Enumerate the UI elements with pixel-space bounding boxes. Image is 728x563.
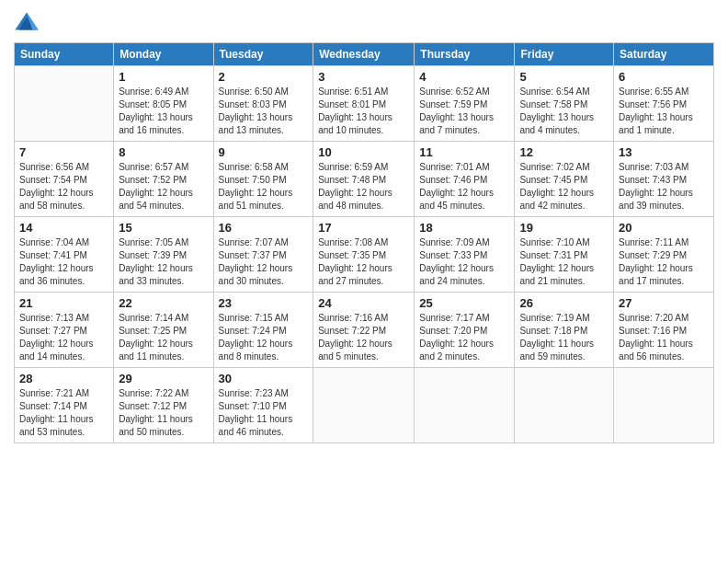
day-info: Sunrise: 7:19 AMSunset: 7:18 PMDaylight:… [519, 312, 609, 363]
day-cell: 13Sunrise: 7:03 AMSunset: 7:43 PMDayligh… [614, 142, 714, 217]
day-info: Sunrise: 6:49 AMSunset: 8:05 PMDaylight:… [119, 86, 208, 137]
day-number: 12 [519, 145, 609, 159]
day-number: 1 [119, 70, 208, 84]
col-header-friday: Friday [515, 43, 614, 66]
day-cell: 27Sunrise: 7:20 AMSunset: 7:16 PMDayligh… [614, 293, 714, 368]
logo-icon [14, 9, 40, 35]
day-number: 21 [19, 296, 108, 310]
day-info: Sunrise: 7:17 AMSunset: 7:20 PMDaylight:… [419, 312, 509, 363]
day-info: Sunrise: 7:21 AMSunset: 7:14 PMDaylight:… [19, 387, 108, 439]
header [14, 9, 714, 35]
day-number: 5 [519, 70, 609, 84]
week-row-1: 1Sunrise: 6:49 AMSunset: 8:05 PMDaylight… [15, 66, 714, 142]
day-number: 16 [219, 221, 309, 235]
day-info: Sunrise: 7:09 AMSunset: 7:33 PMDaylight:… [419, 236, 509, 288]
day-cell: 30Sunrise: 7:23 AMSunset: 7:10 PMDayligh… [213, 368, 313, 443]
day-info: Sunrise: 6:58 AMSunset: 7:50 PMDaylight:… [219, 161, 309, 213]
day-info: Sunrise: 7:04 AMSunset: 7:41 PMDaylight:… [19, 236, 108, 288]
col-header-saturday: Saturday [614, 43, 714, 66]
day-number: 28 [19, 372, 108, 385]
col-header-monday: Monday [114, 43, 213, 66]
day-cell: 14Sunrise: 7:04 AMSunset: 7:41 PMDayligh… [15, 217, 114, 293]
day-number: 27 [619, 296, 709, 310]
logo [14, 9, 41, 35]
day-info: Sunrise: 7:11 AMSunset: 7:29 PMDaylight:… [619, 236, 709, 288]
day-number: 20 [619, 221, 709, 235]
week-row-5: 28Sunrise: 7:21 AMSunset: 7:14 PMDayligh… [15, 368, 714, 443]
day-cell: 1Sunrise: 6:49 AMSunset: 8:05 PMDaylight… [114, 66, 213, 142]
day-cell: 19Sunrise: 7:10 AMSunset: 7:31 PMDayligh… [515, 217, 614, 293]
day-cell: 23Sunrise: 7:15 AMSunset: 7:24 PMDayligh… [213, 293, 313, 368]
day-info: Sunrise: 6:59 AMSunset: 7:48 PMDaylight:… [318, 161, 409, 213]
day-number: 17 [318, 221, 409, 235]
day-number: 9 [219, 145, 309, 159]
day-info: Sunrise: 6:51 AMSunset: 8:01 PMDaylight:… [318, 86, 409, 137]
day-cell: 3Sunrise: 6:51 AMSunset: 8:01 PMDaylight… [313, 66, 415, 142]
day-cell: 11Sunrise: 7:01 AMSunset: 7:46 PMDayligh… [415, 142, 515, 217]
day-cell: 29Sunrise: 7:22 AMSunset: 7:12 PMDayligh… [114, 368, 213, 443]
day-number: 7 [19, 145, 108, 159]
col-header-thursday: Thursday [415, 43, 515, 66]
day-info: Sunrise: 6:57 AMSunset: 7:52 PMDaylight:… [119, 161, 208, 213]
day-info: Sunrise: 7:20 AMSunset: 7:16 PMDaylight:… [619, 312, 709, 363]
col-header-sunday: Sunday [15, 43, 114, 66]
day-info: Sunrise: 7:10 AMSunset: 7:31 PMDaylight:… [519, 236, 609, 288]
day-cell: 9Sunrise: 6:58 AMSunset: 7:50 PMDaylight… [213, 142, 313, 217]
day-number: 11 [419, 145, 509, 159]
day-cell: 5Sunrise: 6:54 AMSunset: 7:58 PMDaylight… [515, 66, 614, 142]
day-cell [614, 368, 714, 443]
day-number: 24 [318, 296, 409, 310]
day-cell: 10Sunrise: 6:59 AMSunset: 7:48 PMDayligh… [313, 142, 415, 217]
day-number: 14 [19, 221, 108, 235]
day-number: 2 [219, 70, 309, 84]
day-number: 13 [619, 145, 709, 159]
day-info: Sunrise: 7:15 AMSunset: 7:24 PMDaylight:… [219, 312, 309, 363]
day-info: Sunrise: 7:01 AMSunset: 7:46 PMDaylight:… [419, 161, 509, 213]
day-cell: 17Sunrise: 7:08 AMSunset: 7:35 PMDayligh… [313, 217, 415, 293]
day-info: Sunrise: 7:22 AMSunset: 7:12 PMDaylight:… [119, 387, 208, 439]
day-info: Sunrise: 7:08 AMSunset: 7:35 PMDaylight:… [318, 236, 409, 288]
day-cell: 21Sunrise: 7:13 AMSunset: 7:27 PMDayligh… [15, 293, 114, 368]
day-info: Sunrise: 6:52 AMSunset: 7:59 PMDaylight:… [419, 86, 509, 137]
day-cell: 7Sunrise: 6:56 AMSunset: 7:54 PMDaylight… [15, 142, 114, 217]
day-cell [515, 368, 614, 443]
day-cell: 15Sunrise: 7:05 AMSunset: 7:39 PMDayligh… [114, 217, 213, 293]
week-row-4: 21Sunrise: 7:13 AMSunset: 7:27 PMDayligh… [15, 293, 714, 368]
day-number: 3 [318, 70, 409, 84]
day-cell: 18Sunrise: 7:09 AMSunset: 7:33 PMDayligh… [415, 217, 515, 293]
day-info: Sunrise: 7:03 AMSunset: 7:43 PMDaylight:… [619, 161, 709, 213]
day-info: Sunrise: 7:13 AMSunset: 7:27 PMDaylight:… [19, 312, 108, 363]
day-info: Sunrise: 6:50 AMSunset: 8:03 PMDaylight:… [219, 86, 309, 137]
day-number: 30 [219, 372, 309, 385]
day-info: Sunrise: 7:23 AMSunset: 7:10 PMDaylight:… [219, 387, 309, 439]
day-cell [15, 66, 114, 142]
day-number: 23 [219, 296, 309, 310]
day-info: Sunrise: 6:54 AMSunset: 7:58 PMDaylight:… [519, 86, 609, 137]
day-cell: 12Sunrise: 7:02 AMSunset: 7:45 PMDayligh… [515, 142, 614, 217]
day-number: 18 [419, 221, 509, 235]
day-number: 19 [519, 221, 609, 235]
week-row-3: 14Sunrise: 7:04 AMSunset: 7:41 PMDayligh… [15, 217, 714, 293]
calendar: SundayMondayTuesdayWednesdayThursdayFrid… [14, 42, 714, 443]
day-info: Sunrise: 7:16 AMSunset: 7:22 PMDaylight:… [318, 312, 409, 363]
col-header-wednesday: Wednesday [313, 43, 415, 66]
day-info: Sunrise: 6:56 AMSunset: 7:54 PMDaylight:… [19, 161, 108, 213]
day-cell: 6Sunrise: 6:55 AMSunset: 7:56 PMDaylight… [614, 66, 714, 142]
page: SundayMondayTuesdayWednesdayThursdayFrid… [0, 0, 728, 563]
day-cell: 20Sunrise: 7:11 AMSunset: 7:29 PMDayligh… [614, 217, 714, 293]
day-number: 4 [419, 70, 509, 84]
week-row-2: 7Sunrise: 6:56 AMSunset: 7:54 PMDaylight… [15, 142, 714, 217]
day-info: Sunrise: 7:07 AMSunset: 7:37 PMDaylight:… [219, 236, 309, 288]
day-info: Sunrise: 6:55 AMSunset: 7:56 PMDaylight:… [619, 86, 709, 137]
day-number: 8 [119, 145, 208, 159]
day-cell: 24Sunrise: 7:16 AMSunset: 7:22 PMDayligh… [313, 293, 415, 368]
day-info: Sunrise: 7:02 AMSunset: 7:45 PMDaylight:… [519, 161, 609, 213]
day-cell [313, 368, 415, 443]
day-number: 6 [619, 70, 709, 84]
day-cell: 26Sunrise: 7:19 AMSunset: 7:18 PMDayligh… [515, 293, 614, 368]
day-info: Sunrise: 7:05 AMSunset: 7:39 PMDaylight:… [119, 236, 208, 288]
day-cell: 28Sunrise: 7:21 AMSunset: 7:14 PMDayligh… [15, 368, 114, 443]
day-cell: 25Sunrise: 7:17 AMSunset: 7:20 PMDayligh… [415, 293, 515, 368]
day-number: 15 [119, 221, 208, 235]
day-number: 26 [519, 296, 609, 310]
